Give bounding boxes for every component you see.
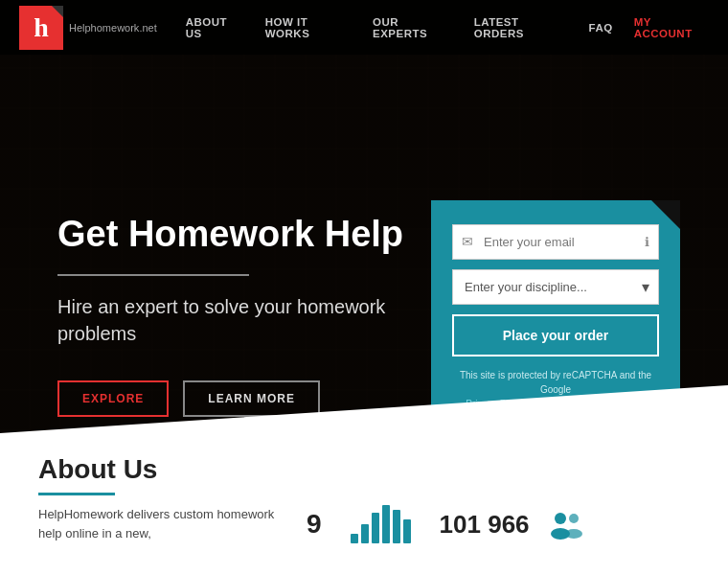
- site-header: h Helphomework.net ABOUT US HOW IT WORKS…: [0, 0, 728, 55]
- stat-number-2: 101 966: [440, 510, 530, 540]
- bar-4: [382, 505, 390, 543]
- logo-corner-decoration: [52, 6, 63, 17]
- people-icon: [547, 509, 585, 540]
- logo[interactable]: h Helphomework.net: [19, 6, 157, 50]
- email-input[interactable]: [452, 224, 659, 260]
- svg-marker-0: [0, 385, 728, 433]
- nav-how-it-works[interactable]: HOW IT WORKS: [265, 16, 352, 39]
- about-underline: [38, 493, 115, 495]
- about-description: HelpHomework delivers custom homework he…: [38, 505, 287, 542]
- logo-box: h: [19, 6, 63, 50]
- bar-6: [403, 519, 411, 543]
- hero-subtitle: Hire an expert to solve your homework pr…: [57, 293, 421, 347]
- stat-item-2: 101 966: [440, 509, 585, 540]
- email-input-wrap: ✉ ℹ: [452, 224, 659, 260]
- discipline-select[interactable]: Enter your discipline...: [452, 269, 659, 305]
- stat-chart: [351, 505, 411, 543]
- logo-letter: h: [34, 12, 49, 43]
- stats-area: 9 101 966: [307, 454, 585, 565]
- hero-title: Get Homework Help: [57, 213, 421, 257]
- svg-point-4: [565, 529, 582, 539]
- bar-1: [351, 534, 358, 543]
- logo-text: Helphomework.net: [69, 20, 157, 34]
- nav-faq[interactable]: FAQ: [589, 22, 613, 34]
- stat-number-1: 9: [307, 509, 322, 540]
- svg-point-3: [569, 514, 579, 523]
- bar-5: [393, 510, 400, 543]
- nav-latest-orders[interactable]: LATEST ORDERS: [474, 16, 568, 39]
- about-left-panel: About Us HelpHomework delivers custom ho…: [38, 454, 287, 565]
- place-order-button[interactable]: Place your order: [452, 314, 659, 356]
- stat-item-1: 9: [307, 509, 322, 540]
- bar-2: [361, 524, 369, 543]
- discipline-select-wrap: Enter your discipline... ▾: [452, 269, 659, 305]
- bar-3: [372, 513, 379, 543]
- wave-divider: [0, 385, 728, 433]
- about-title: About Us: [38, 454, 287, 485]
- about-section: About Us HelpHomework delivers custom ho…: [0, 433, 728, 575]
- hero-divider: [57, 274, 249, 276]
- info-icon: ℹ: [645, 235, 649, 249]
- nav-about-us[interactable]: ABOUT US: [186, 16, 244, 39]
- svg-point-1: [555, 513, 566, 524]
- email-icon: ✉: [462, 234, 473, 249]
- nav-my-account[interactable]: MY ACCOUNT: [634, 16, 709, 39]
- main-nav: ABOUT US HOW IT WORKS OUR EXPERTS LATEST…: [186, 16, 709, 39]
- nav-our-experts[interactable]: OUR EXPERTS: [373, 16, 453, 39]
